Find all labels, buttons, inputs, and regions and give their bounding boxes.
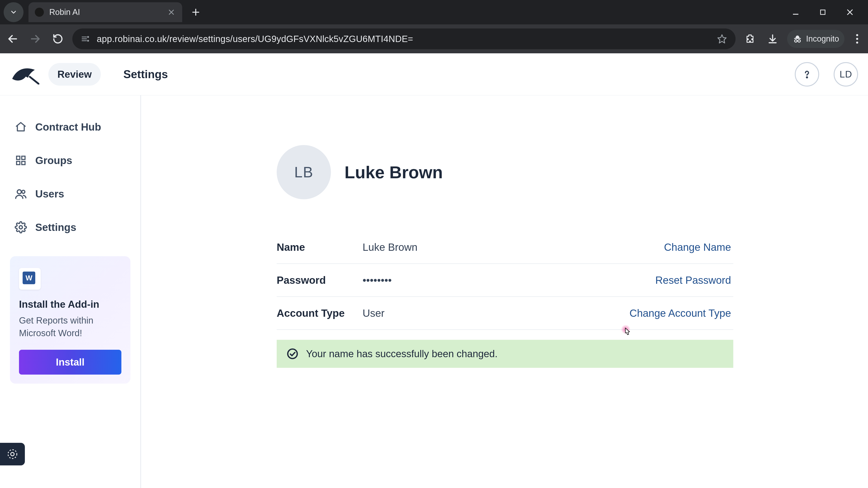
svg-marker-15 (718, 35, 726, 43)
browser-tab[interactable]: Robin AI (29, 2, 182, 22)
window-controls (789, 5, 866, 19)
home-icon (14, 121, 27, 133)
tab-title: Robin AI (49, 7, 161, 17)
main-content: LB Luke Brown Name Luke Brown Change Nam… (141, 95, 868, 488)
field-row-name: Name Luke Brown Change Name (277, 231, 733, 264)
nav-forward-button[interactable] (27, 31, 43, 47)
sidebar-item-label: Users (35, 188, 64, 200)
promo-install-button[interactable]: Install (19, 350, 121, 375)
sidebar-item-label: Groups (35, 154, 72, 166)
field-label: Account Type (277, 307, 363, 319)
svg-point-23 (856, 41, 858, 43)
field-value: •••••••• (363, 274, 655, 286)
svg-point-22 (856, 38, 858, 40)
nav-review[interactable]: Review (49, 63, 101, 86)
current-user-initials: LD (839, 69, 852, 80)
svg-point-19 (798, 40, 800, 42)
sidebar: Contract Hub Groups Users Settings (0, 95, 141, 488)
browser-chrome: Robin AI (0, 0, 868, 53)
gear-icon (14, 221, 27, 234)
profile-fields: Name Luke Brown Change Name Password •••… (277, 231, 733, 330)
browser-menu-button[interactable] (851, 31, 864, 47)
site-info-icon[interactable] (80, 33, 91, 44)
robin-logo-icon[interactable] (10, 62, 39, 87)
url-text: app.robinai.co.uk/review/settings/users/… (97, 34, 710, 44)
feedback-tab-button[interactable] (0, 443, 25, 465)
app-body: Contract Hub Groups Users Settings (0, 95, 868, 488)
promo-title: Install the Add-in (19, 299, 121, 310)
current-user-avatar[interactable]: LD (834, 62, 858, 87)
incognito-label: Incognito (806, 34, 839, 43)
omnibox[interactable]: app.robinai.co.uk/review/settings/users/… (72, 29, 736, 49)
success-alert: Your name has successfully been changed. (277, 340, 733, 368)
field-label: Password (277, 274, 363, 286)
svg-point-34 (11, 452, 14, 456)
svg-point-33 (8, 450, 17, 459)
success-alert-text: Your name has successfully been changed. (306, 348, 498, 359)
tabs-dropdown-button[interactable] (4, 2, 24, 22)
svg-point-18 (795, 40, 797, 42)
app-root: Review Settings LD Contract Hub Groups (0, 53, 868, 488)
nav-reload-button[interactable] (50, 31, 66, 47)
sidebar-item-label: Contract Hub (35, 121, 101, 133)
window-minimize-button[interactable] (789, 5, 802, 19)
extensions-icon[interactable] (742, 31, 758, 47)
profile-initials: LB (294, 164, 313, 181)
profile-avatar: LB (277, 145, 331, 199)
profile-name: Luke Brown (344, 162, 443, 182)
sidebar-item-users[interactable]: Users (10, 180, 130, 207)
browser-toolbar: app.robinai.co.uk/review/settings/users/… (0, 24, 868, 53)
ms-word-icon (19, 268, 41, 290)
svg-point-32 (288, 349, 297, 359)
grid-icon (14, 154, 27, 167)
window-close-button[interactable] (843, 5, 857, 19)
sidebar-item-groups[interactable]: Groups (10, 147, 130, 174)
reset-password-link[interactable]: Reset Password (655, 274, 733, 286)
svg-point-14 (88, 40, 89, 41)
svg-point-29 (17, 190, 21, 194)
window-maximize-button[interactable] (816, 5, 830, 19)
svg-point-13 (88, 36, 89, 37)
field-label: Name (277, 241, 363, 253)
sidebar-item-contract-hub[interactable]: Contract Hub (10, 113, 130, 140)
field-value: Luke Brown (363, 241, 664, 253)
change-account-type-link[interactable]: Change Account Type (629, 307, 733, 319)
users-icon (14, 188, 27, 200)
app-header: Review Settings LD (0, 53, 868, 95)
svg-point-30 (22, 190, 25, 193)
sidebar-item-settings[interactable]: Settings (10, 214, 130, 241)
svg-rect-28 (22, 161, 25, 165)
field-row-password: Password •••••••• Reset Password (277, 264, 733, 297)
incognito-icon (793, 34, 802, 44)
field-row-account-type: Account Type User Change Account Type (277, 297, 733, 330)
change-name-link[interactable]: Change Name (664, 241, 733, 253)
incognito-badge[interactable]: Incognito (787, 30, 844, 48)
sidebar-item-label: Settings (35, 221, 76, 233)
new-tab-button[interactable] (188, 4, 204, 20)
nav-back-button[interactable] (4, 31, 21, 47)
promo-body: Get Reports within Microsoft Word! (19, 314, 121, 339)
tab-strip: Robin AI (0, 0, 868, 24)
addin-promo-card: Install the Add-in Get Reports within Mi… (10, 256, 130, 384)
svg-point-21 (856, 34, 858, 36)
downloads-icon[interactable] (765, 31, 781, 47)
promo-install-label: Install (56, 357, 85, 367)
svg-rect-26 (22, 156, 25, 160)
svg-rect-27 (17, 161, 20, 165)
svg-point-24 (807, 77, 808, 78)
tab-favicon-icon (35, 8, 44, 17)
tab-close-button[interactable] (167, 8, 176, 17)
svg-point-31 (19, 226, 22, 229)
help-button[interactable] (795, 62, 819, 87)
svg-rect-5 (820, 10, 825, 14)
svg-rect-25 (17, 156, 20, 160)
bookmark-star-icon[interactable] (716, 33, 728, 45)
check-circle-icon (286, 347, 299, 361)
nav-review-label: Review (57, 69, 92, 80)
page-title: Settings (123, 68, 168, 81)
profile-header: LB Luke Brown (277, 145, 841, 199)
field-value: User (363, 307, 629, 319)
